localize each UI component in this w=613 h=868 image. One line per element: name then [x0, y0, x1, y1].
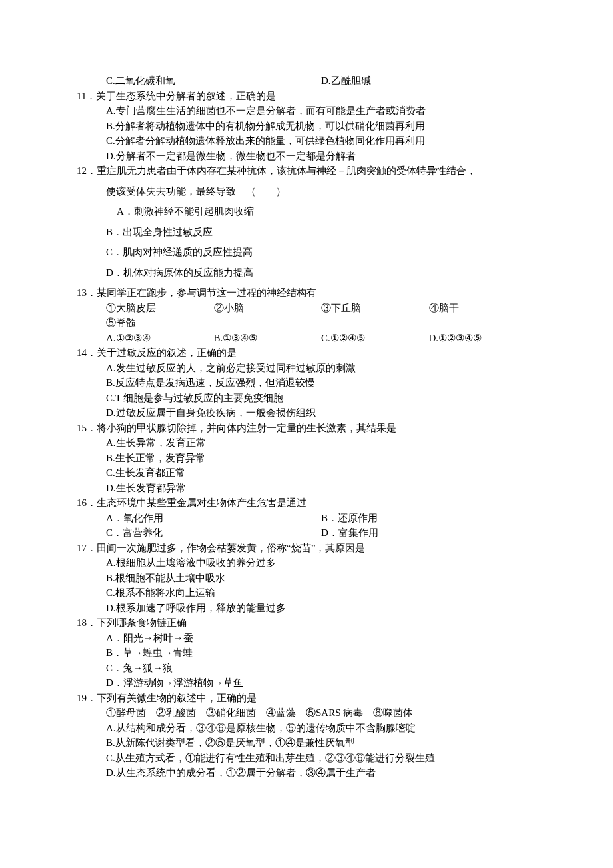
q18-stem: 18．下列哪条食物链正确 — [106, 615, 536, 631]
q17-option-c: C.根系不能将水向上运输 — [77, 585, 536, 601]
q18-option-c: C．兔→狐→狼 — [77, 661, 536, 676]
q14-option-b: B.反应特点是发病迅速，反应强烈，但消退较慢 — [77, 375, 536, 391]
q16-option-c: C．富营养化 — [106, 525, 321, 541]
q16-stem: 16．生态环境中某些重金属对生物体产生危害是通过 — [106, 495, 536, 511]
q17-stem: 17．田间一次施肥过多，作物会枯萎发黄，俗称“烧苗”，其原因是 — [106, 541, 536, 556]
q11-option-c: C.分解者分解动植物遗体释放出来的能量，可供绿色植物同化作用再利用 — [77, 133, 536, 149]
q19-stem: 19．下列有关微生物的叙述中，正确的是 — [106, 691, 536, 706]
q18-option-d: D．浮游动物→浮游植物→草鱼 — [77, 675, 536, 691]
q13-item-3: ③下丘脑 — [321, 301, 429, 316]
q15-stem: 15．将小狗的甲状腺切除掉，并向体内注射一定量的生长激素，其结果是 — [106, 421, 536, 436]
q17: 17．田间一次施肥过多，作物会枯萎发黄，俗称“烧苗”，其原因是 A.根细胞从土壤… — [77, 541, 536, 616]
q16-option-d: D．富集作用 — [321, 525, 536, 541]
q11-stem: 11．关于生态系统中分解者的叙述，正确的是 — [106, 89, 536, 104]
q16-options-row2: C．富营养化 D．富集作用 — [77, 525, 536, 541]
q10-options-row: C.二氧化碳和氧 D.乙酰胆碱 — [77, 73, 536, 89]
q19-option-d: D.从生态系统中的成分看，①②属于分解者，③④属于生产者 — [77, 765, 536, 781]
q13-option-c: C.①②④⑤ — [321, 331, 429, 346]
q13-option-d: D.①②③④⑤ — [429, 331, 537, 346]
q13-item-4: ④脑干 — [429, 301, 537, 316]
q12-option-a: A．刺激神经不能引起肌肉收缩 — [77, 204, 536, 219]
q14-option-a: A.发生过敏反应的人，之前必定接受过同种过敏原的刺激 — [77, 361, 536, 376]
q11: 11．关于生态系统中分解者的叙述，正确的是 A.专门营腐生生活的细菌也不一定是分… — [77, 89, 536, 164]
q15-option-d: D.生长发育都异常 — [77, 481, 536, 496]
q12-option-b: B．出现全身性过敏反应 — [77, 225, 536, 240]
q15-option-b: B.生长正常，发育异常 — [77, 451, 536, 466]
q16-option-b: B．还原作用 — [321, 511, 536, 526]
q13-option-a: A.①②③④ — [106, 331, 214, 346]
q17-option-b: B.根细胞不能从土壤中吸水 — [77, 571, 536, 586]
q19-items: ①酵母菌 ②乳酸菌 ③硝化细菌 ④蓝藻 ⑤SARS 病毒 ⑥噬菌体 — [77, 705, 536, 721]
q13-item-5: ⑤脊髓 — [77, 315, 536, 331]
q14-option-d: D.过敏反应属于自身免疫疾病，一般会损伤组织 — [77, 405, 536, 421]
q12-option-c: C．肌肉对神经递质的反应性提高 — [77, 245, 536, 260]
q13-stem: 13．某同学正在跑步，参与调节这一过程的神经结构有 — [106, 285, 536, 301]
q11-option-b: B.分解者将动植物遗体中的有机物分解成无机物，可以供硝化细菌再利用 — [77, 119, 536, 134]
q13-item-2: ②小脑 — [214, 301, 322, 316]
q19-option-a: A.从结构和成分看，③④⑥是原核生物，⑤的遗传物质中不含胸腺嘧啶 — [77, 721, 536, 736]
q16: 16．生态环境中某些重金属对生物体产生危害是通过 A．氧化作用 B．还原作用 C… — [77, 495, 536, 541]
q16-option-a: A．氧化作用 — [106, 511, 321, 526]
q11-option-d: D.分解者不一定都是微生物，微生物也不一定都是分解者 — [77, 149, 536, 164]
q15-option-a: A.生长异常，发育正常 — [77, 435, 536, 451]
q10-option-d: D.乙酰胆碱 — [321, 73, 536, 89]
q14-option-c: C.T 细胞是参与过敏反应的主要免疫细胞 — [77, 391, 536, 406]
q13-options-row: A.①②③④ B.①③④⑤ C.①②④⑤ D.①②③④⑤ — [77, 331, 536, 346]
q10-option-c: C.二氧化碳和氧 — [106, 73, 321, 89]
q12-option-d: D．机体对病原体的反应能力提高 — [77, 265, 536, 281]
q18-option-b: B．草→蝗虫→青蛙 — [77, 645, 536, 661]
q15-option-c: C.生长发育都正常 — [77, 465, 536, 481]
q17-option-d: D.根系加速了呼吸作用，释放的能量过多 — [77, 601, 536, 616]
q16-options-row1: A．氧化作用 B．还原作用 — [77, 511, 536, 526]
q19: 19．下列有关微生物的叙述中，正确的是 ①酵母菌 ②乳酸菌 ③硝化细菌 ④蓝藻 … — [77, 691, 536, 781]
q12-stem: 12．重症肌无力患者由于体内存在某种抗体，该抗体与神经－肌肉突触的受体特异性结合… — [106, 163, 536, 179]
q14: 14．关于过敏反应的叙述，正确的是 A.发生过敏反应的人，之前必定接受过同种过敏… — [77, 345, 536, 421]
q13-item-1: ①大脑皮层 — [106, 301, 214, 316]
q12: 12．重症肌无力患者由于体内存在某种抗体，该抗体与神经－肌肉突触的受体特异性结合… — [77, 163, 536, 280]
q17-option-a: A.根细胞从土壤溶液中吸收的养分过多 — [77, 555, 536, 571]
q13-option-b: B.①③④⑤ — [214, 331, 322, 346]
q19-option-c: C.从生殖方式看，①能进行有性生殖和出芽生殖，②③④⑥能进行分裂生殖 — [77, 751, 536, 766]
q11-option-a: A.专门营腐生生活的细菌也不一定是分解者，而有可能是生产者或消费者 — [77, 103, 536, 119]
q19-option-b: B.从新陈代谢类型看，②⑤是厌氧型，①④是兼性厌氧型 — [77, 735, 536, 751]
exam-page: C.二氧化碳和氧 D.乙酰胆碱 11．关于生态系统中分解者的叙述，正确的是 A.… — [0, 0, 613, 868]
q13: 13．某同学正在跑步，参与调节这一过程的神经结构有 ①大脑皮层 ②小脑 ③下丘脑… — [77, 285, 536, 345]
q15: 15．将小狗的甲状腺切除掉，并向体内注射一定量的生长激素，其结果是 A.生长异常… — [77, 421, 536, 496]
q18-option-a: A．阳光→树叶→蚕 — [77, 631, 536, 646]
q12-stem-2: 使该受体失去功能，最终导致 （ ） — [77, 184, 536, 199]
q13-items-row1: ①大脑皮层 ②小脑 ③下丘脑 ④脑干 — [77, 301, 536, 316]
q14-stem: 14．关于过敏反应的叙述，正确的是 — [106, 345, 536, 361]
q18: 18．下列哪条食物链正确 A．阳光→树叶→蚕 B．草→蝗虫→青蛙 C．兔→狐→狼… — [77, 615, 536, 691]
